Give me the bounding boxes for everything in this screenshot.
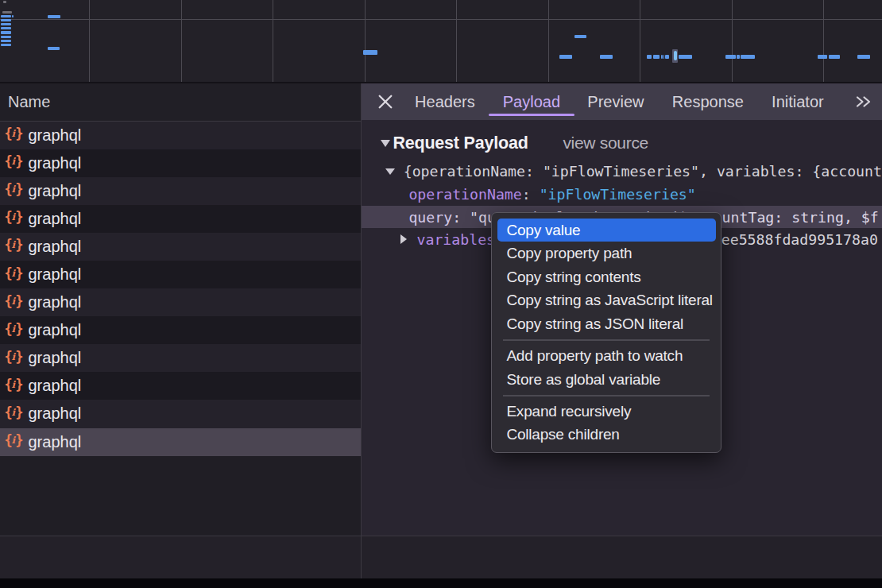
json-braces-icon: {i} (6, 434, 23, 450)
window-bottom-edge (0, 578, 882, 588)
payload-tree-row[interactable]: {operationName: "ipFlowTimeseries", vari… (362, 161, 882, 184)
payload-segment: : (522, 186, 540, 203)
tab-response[interactable]: Response (672, 83, 744, 120)
json-braces-icon: {i} (6, 295, 23, 311)
brace-close: } (15, 321, 23, 337)
menu-item-collapse-children[interactable]: Collapse children (492, 424, 721, 447)
close-icon[interactable] (377, 95, 393, 110)
payload-tree-text: {operationName: "ipFlowTimeseries", vari… (404, 161, 882, 184)
waterfall-bar (600, 55, 613, 59)
waterfall-bar (725, 55, 736, 59)
waterfall-bar (1, 36, 11, 38)
brace-close: } (15, 265, 23, 281)
active-tab-underline (489, 114, 574, 117)
devtools-network-panel: Name {i}graphql{i}graphql{i}graphql{i}gr… (0, 0, 882, 588)
menu-item-copy-string-contents[interactable]: Copy string contents (492, 265, 721, 289)
overview-gridline (732, 0, 733, 82)
request-row[interactable]: {i}graphql (0, 428, 361, 456)
request-row[interactable]: {i}graphql (0, 205, 361, 233)
menu-item-copy-value[interactable]: Copy value (497, 219, 716, 242)
payload-segment: : (452, 209, 470, 226)
tab-preview[interactable]: Preview (587, 83, 644, 120)
request-row[interactable]: {i}graphql (0, 400, 361, 427)
request-row[interactable]: {i}graphql (0, 122, 361, 149)
waterfall-bar (665, 55, 669, 59)
payload-segment: {operationName: "ipFlowTimeseries", vari… (404, 163, 882, 180)
more-tabs-icon[interactable] (855, 83, 872, 120)
waterfall-bar (661, 55, 663, 59)
tab-label: Preview (587, 93, 644, 111)
menu-item-expand-recursively[interactable]: Expand recursively (492, 400, 721, 424)
brace-close: } (15, 432, 23, 448)
network-overview-waterfall[interactable] (0, 0, 882, 82)
request-name: graphql (29, 404, 82, 423)
waterfall-bar (2, 11, 12, 14)
waterfall-bar (829, 55, 840, 59)
tab-initiator[interactable]: Initiator (772, 83, 824, 120)
menu-separator (503, 395, 710, 397)
request-row[interactable]: {i}graphql (0, 261, 361, 288)
waterfall-bar (1, 27, 11, 29)
waterfall-bar (1, 44, 11, 46)
status-bar (0, 536, 882, 578)
tab-headers[interactable]: Headers (415, 83, 475, 120)
collapsed-arrow-icon[interactable] (400, 234, 407, 244)
overview-gridline (365, 0, 366, 82)
waterfall-bar (1, 15, 11, 17)
menu-item-copy-string-as-javascript-literal[interactable]: Copy string as JavaScript literal (492, 289, 721, 313)
request-row[interactable]: {i}graphql (0, 177, 361, 205)
tab-label: Headers (415, 93, 475, 111)
expanded-arrow-icon[interactable] (385, 168, 395, 175)
request-row[interactable]: {i}graphql (0, 149, 361, 177)
waterfall-bar (653, 55, 660, 59)
json-braces-icon: {i} (6, 127, 23, 143)
waterfall-bar (818, 55, 827, 59)
request-row[interactable]: {i}graphql (0, 344, 361, 372)
name-column-label: Name (8, 93, 50, 111)
overview-gridline (640, 0, 640, 82)
payload-tree-text: operationName: "ipFlowTimeseries" (408, 183, 695, 206)
request-row[interactable]: {i}graphql (0, 233, 361, 261)
brace-close: } (15, 126, 23, 141)
overview-gridline (273, 0, 273, 82)
request-name: graphql (29, 321, 82, 339)
waterfall-bar (48, 47, 60, 50)
waterfall-bar (574, 35, 586, 38)
tab-label: Response (672, 93, 744, 111)
menu-item-add-property-path-to-watch[interactable]: Add property path to watch (492, 344, 721, 368)
requests-panel: Name {i}graphql{i}graphql{i}graphql{i}gr… (0, 83, 361, 536)
payload-segment: variables (416, 231, 495, 248)
payload-segment: operationName (408, 186, 521, 203)
brace-close: } (15, 377, 23, 393)
waterfall-bar (1, 31, 11, 33)
tab-label: Initiator (772, 93, 824, 111)
waterfall-bar (857, 55, 870, 59)
view-source-link[interactable]: view source (563, 131, 648, 155)
waterfall-bar (559, 55, 572, 59)
section-collapse-icon[interactable] (381, 140, 390, 147)
waterfall-bar (647, 55, 652, 59)
payload-tree-row[interactable]: operationName: "ipFlowTimeseries" (362, 183, 882, 206)
request-name: graphql (29, 238, 82, 256)
menu-item-store-as-global-variable[interactable]: Store as global variable (492, 368, 721, 392)
waterfall-bar (48, 15, 60, 18)
waterfall-bar (737, 55, 740, 59)
payload-segment: "ipFlowTimeseries" (540, 186, 696, 203)
requests-column-header[interactable]: Name (0, 83, 361, 122)
request-row[interactable]: {i}graphql (0, 372, 361, 400)
overview-gridline (548, 0, 549, 82)
waterfall-bar (3, 1, 6, 3)
overview-gridline (181, 0, 182, 82)
menu-item-copy-property-path[interactable]: Copy property path (492, 242, 721, 265)
json-braces-icon: {i} (6, 267, 23, 283)
menu-item-copy-string-as-json-literal[interactable]: Copy string as JSON literal (492, 312, 721, 336)
panel-splitter[interactable] (361, 83, 362, 578)
waterfall-bar (12, 15, 14, 17)
json-braces-icon: {i} (6, 211, 23, 226)
request-row[interactable]: {i}graphql (0, 316, 361, 344)
waterfall-bar (1, 23, 11, 25)
request-row[interactable]: {i}graphql (0, 288, 361, 316)
request-name: graphql (29, 349, 82, 367)
overview-gridline (0, 19, 882, 20)
request-name: graphql (29, 126, 82, 145)
